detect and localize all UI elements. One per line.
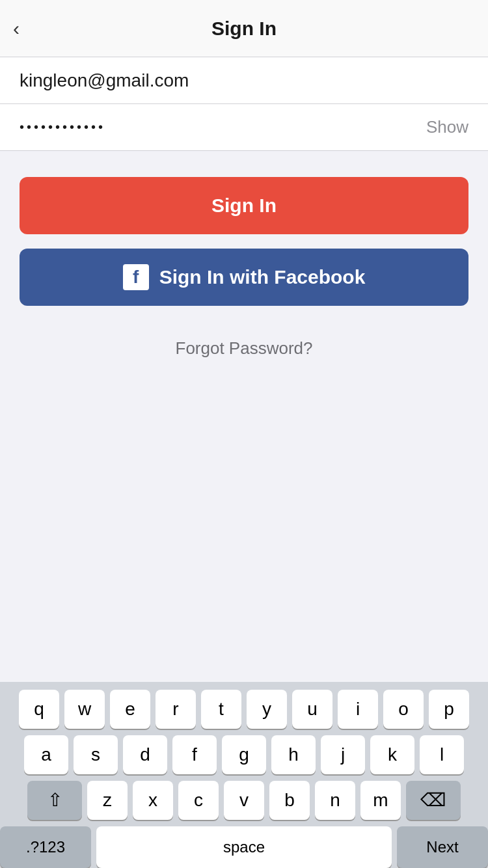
page-title: Sign In (211, 18, 277, 40)
buttons-area: Sign In f Sign In with Facebook (0, 151, 488, 319)
key-a[interactable]: a (24, 735, 68, 774)
key-r[interactable]: r (156, 690, 196, 729)
space-key[interactable]: space (96, 826, 392, 868)
key-t[interactable]: t (201, 690, 241, 729)
keyboard-row-1: qwertyuiop (0, 690, 488, 729)
key-g[interactable]: g (222, 735, 266, 774)
key-x[interactable]: x (133, 781, 173, 820)
email-input[interactable] (20, 70, 468, 91)
key-q[interactable]: q (19, 690, 59, 729)
key-s[interactable]: s (74, 735, 118, 774)
key-k[interactable]: k (370, 735, 414, 774)
key-v[interactable]: v (224, 781, 264, 820)
email-row (0, 57, 488, 104)
next-key[interactable]: Next (397, 826, 488, 868)
key-y[interactable]: y (247, 690, 287, 729)
form-area: •••••••••••• Show (0, 57, 488, 151)
header: ‹ Sign In (0, 0, 488, 57)
key-l[interactable]: l (420, 735, 464, 774)
key-n[interactable]: n (315, 781, 355, 820)
password-row: •••••••••••• Show (0, 104, 488, 151)
keyboard-row-4: .?123 space Next (0, 826, 488, 868)
key-i[interactable]: i (338, 690, 378, 729)
shift-key[interactable]: ⇧ (27, 781, 82, 820)
key-j[interactable]: j (321, 735, 365, 774)
facebook-icon: f (123, 264, 149, 290)
key-d[interactable]: d (123, 735, 167, 774)
facebook-sign-in-button[interactable]: f Sign In with Facebook (20, 249, 468, 306)
key-u[interactable]: u (292, 690, 332, 729)
key-o[interactable]: o (383, 690, 424, 729)
forgot-password-link[interactable]: Forgot Password? (0, 319, 488, 372)
key-w[interactable]: w (64, 690, 105, 729)
sign-in-button[interactable]: Sign In (20, 177, 468, 234)
show-password-button[interactable]: Show (426, 117, 468, 137)
delete-key[interactable]: ⌫ (406, 781, 461, 820)
back-button[interactable]: ‹ (13, 18, 20, 40)
keyboard: qwertyuiop asdfghjkl ⇧zxcvbnm⌫ .?123 spa… (0, 682, 488, 868)
key-p[interactable]: p (429, 690, 469, 729)
facebook-button-label: Sign In with Facebook (159, 266, 366, 288)
password-dots: •••••••••••• (20, 120, 426, 135)
key-h[interactable]: h (271, 735, 316, 774)
key-m[interactable]: m (360, 781, 401, 820)
key-z[interactable]: z (87, 781, 128, 820)
keyboard-row-2: asdfghjkl (0, 735, 488, 774)
special-key[interactable]: .?123 (0, 826, 91, 868)
key-b[interactable]: b (269, 781, 310, 820)
key-c[interactable]: c (178, 781, 219, 820)
key-f[interactable]: f (172, 735, 217, 774)
keyboard-row-3: ⇧zxcvbnm⌫ (0, 781, 488, 820)
key-e[interactable]: e (110, 690, 150, 729)
